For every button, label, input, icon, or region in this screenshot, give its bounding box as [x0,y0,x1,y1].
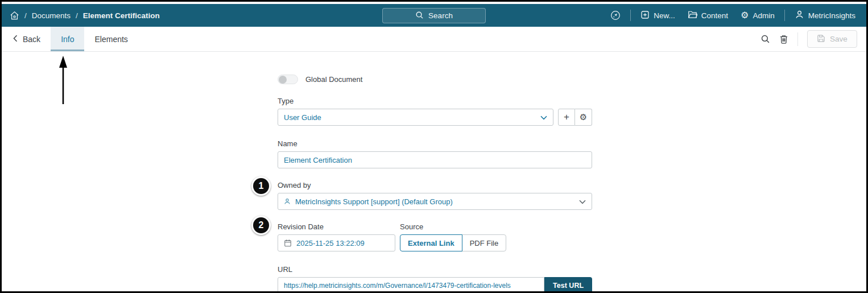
annotation-badge-2: 2 [251,216,271,235]
document-toolbar: Back Info Elements [2,27,866,52]
tab-elements-label: Elements [94,35,127,44]
save-label: Save [830,35,848,43]
test-url-button[interactable]: Test URL [544,277,592,293]
revision-date-input[interactable]: 2025-11-25 13:22:09 [278,234,395,251]
revision-date-group: Revision Date 2025-11-25 13:22:09 [278,222,395,251]
name-label: Name [278,139,592,148]
type-label: Type [278,97,592,105]
admin-menu[interactable]: ⚙ Admin [738,9,778,22]
url-input[interactable] [278,277,544,293]
url-group: URL Test URL [278,265,592,293]
topbar-divider [784,10,785,21]
owner-person-icon [284,198,291,205]
global-document-label: Global Document [305,75,362,84]
tab-info[interactable]: Info [51,27,84,51]
gear-icon: ⚙ [580,113,587,122]
back-button[interactable]: Back [13,27,40,51]
global-document-toggle[interactable] [278,75,298,84]
breadcrumb-documents[interactable]: Documents [32,11,71,20]
add-type-button[interactable]: + [558,109,575,126]
content-menu-label: Content [701,11,728,20]
content-folder-icon [688,10,697,20]
user-menu[interactable]: MetricInsights [792,7,858,23]
calendar-icon [284,239,292,247]
search-label: Search [428,11,453,20]
toolbar-divider [797,32,798,46]
owned-by-label: Owned by [278,181,592,189]
topbar-actions: New... Content ⚙ Admin [607,7,858,23]
source-label: Source [400,222,506,231]
chevron-left-icon [13,35,18,44]
type-actions: + ⚙ [558,109,592,126]
revision-date-value: 2025-11-25 13:22:09 [296,239,365,247]
app-window: / Documents / Element Certification Sear… [0,0,868,293]
owned-by-value: MetricInsights Support [support] (Defaul… [295,197,574,206]
save-disk-icon [817,34,825,44]
breadcrumb-current-page: Element Certification [83,11,160,20]
toolbar-actions: Save [760,27,866,51]
global-search-button[interactable]: Search [382,8,486,23]
chevron-down-icon [579,197,586,206]
content-menu[interactable]: Content [685,8,731,23]
document-info-form: Global Document Type User Guide + ⚙ [278,70,592,293]
chevron-down-icon [540,113,547,122]
topbar-divider [630,10,631,21]
source-group: Source External Link PDF File [400,222,506,251]
user-menu-label: MetricInsights [808,11,855,20]
breadcrumb-separator: / [24,11,27,20]
annotation-arrow-info-tab [57,55,69,108]
save-button[interactable]: Save [807,30,857,48]
tab-elements[interactable]: Elements [84,27,138,51]
toggle-knob [279,76,287,84]
search-icon[interactable] [760,34,770,44]
type-group: Type User Guide + ⚙ [278,97,592,126]
annotation-badge-1: 1 [251,176,271,196]
user-icon [795,10,804,21]
source-option-pdf-file[interactable]: PDF File [462,234,507,251]
new-plus-icon [640,10,650,21]
source-option-external-link[interactable]: External Link [400,234,462,251]
owned-by-group: Owned by MetricInsights Support [support… [278,181,592,210]
explore-icon[interactable] [607,8,623,23]
back-label: Back [23,35,40,44]
url-label: URL [278,265,592,274]
name-input[interactable] [278,151,592,168]
breadcrumb: / Documents / Element Certification [10,11,160,20]
name-group: Name [278,139,592,168]
trash-icon[interactable] [779,34,788,44]
search-icon [415,11,424,21]
global-document-row: Global Document [278,75,592,84]
breadcrumb-separator: / [76,11,78,20]
new-menu[interactable]: New... [638,8,678,23]
revision-date-label: Revision Date [278,222,395,231]
type-value: User Guide [284,113,321,122]
type-select[interactable]: User Guide [278,109,553,126]
admin-menu-label: Admin [753,11,774,20]
tab-info-label: Info [61,35,74,44]
new-menu-label: New... [654,11,675,20]
owned-by-select[interactable]: MetricInsights Support [support] (Defaul… [278,193,592,210]
type-settings-button[interactable]: ⚙ [575,109,592,126]
home-icon[interactable] [10,11,19,20]
gear-icon: ⚙ [741,11,749,20]
top-navigation-bar: / Documents / Element Certification Sear… [2,4,866,27]
source-segmented-control: External Link PDF File [400,234,506,251]
revision-source-row: Revision Date 2025-11-25 13:22:09 Source… [278,222,592,251]
